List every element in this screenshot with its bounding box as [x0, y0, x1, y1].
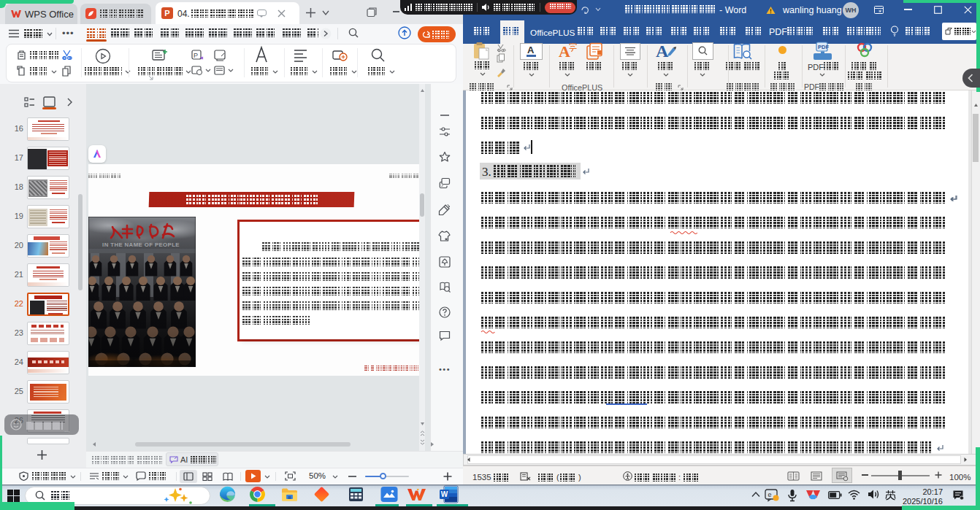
- svg-text:P: P: [194, 52, 198, 59]
- svg-text:e: e: [768, 491, 772, 498]
- svg-text:PDF: PDF: [818, 44, 829, 50]
- svg-text:A: A: [559, 42, 570, 61]
- svg-text:W: W: [441, 490, 448, 498]
- svg-text:A: A: [656, 42, 669, 61]
